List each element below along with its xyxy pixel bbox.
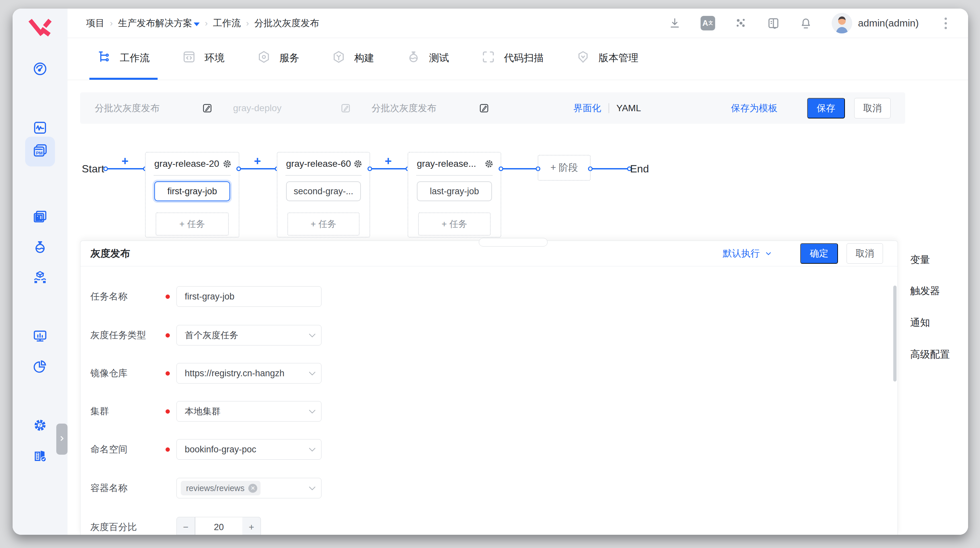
stage-name[interactable]: gray-release-20 xyxy=(154,159,219,169)
stepper-increase-button[interactable]: + xyxy=(242,517,261,535)
chevron-down-icon xyxy=(309,333,316,338)
sidebar-item-organization[interactable] xyxy=(25,441,55,471)
rail-item-advanced-config[interactable]: 高级配置 xyxy=(910,348,950,361)
chip-remove-icon[interactable]: ✕ xyxy=(248,484,257,493)
sidebar-collapse-toggle[interactable] xyxy=(56,424,68,455)
required-dot xyxy=(165,371,170,376)
chip-label: reviews/reviews xyxy=(186,483,244,493)
sidebar-item-test[interactable] xyxy=(25,233,55,263)
workflow-connector xyxy=(371,168,407,170)
chevron-down-icon xyxy=(309,409,316,414)
dashboard-gauge-icon xyxy=(32,61,48,78)
form-row-gray-percentage: 灰度百分比 − 20 + xyxy=(91,517,884,535)
execution-mode-select[interactable]: 默认执行 xyxy=(723,247,772,260)
workflow-start-node: Start xyxy=(82,163,104,175)
chevron-down-icon xyxy=(309,447,316,452)
chevron-right-icon xyxy=(57,434,66,444)
stage-settings-gear-icon[interactable] xyxy=(222,159,232,169)
panel-title: 灰度发布 xyxy=(80,247,130,260)
monitor-chart-icon xyxy=(32,329,48,345)
form-row-namespace: 命名空间 bookinfo-gray-poc xyxy=(91,439,884,460)
required-dot xyxy=(165,409,170,414)
pie-chart-icon xyxy=(32,359,48,375)
monitor-wave-icon xyxy=(32,120,48,137)
org-building-icon xyxy=(32,448,48,464)
task-name-input-value[interactable] xyxy=(177,292,321,302)
gray-task-type-select[interactable]: 首个灰度任务 xyxy=(177,325,321,345)
select-value: https://registry.cn-hangzh xyxy=(177,368,285,378)
image-registry-select[interactable]: https://registry.cn-hangzh xyxy=(177,363,321,384)
container-name-multiselect[interactable]: reviews/reviews ✕ xyxy=(177,478,321,498)
brand-logo-x-icon xyxy=(26,19,54,37)
stage-settings-gear-icon[interactable] xyxy=(353,159,363,169)
select-value: 首个灰度任务 xyxy=(177,329,239,341)
rail-item-triggers[interactable]: 触发器 xyxy=(910,284,940,298)
job-node[interactable]: last-gray-job xyxy=(417,181,492,201)
form-row-task-name: 任务名称 xyxy=(91,286,884,307)
task-config-panel: 灰度发布 默认执行 确定 取消 任务名称 xyxy=(80,241,898,535)
stage-name[interactable]: gray-release... xyxy=(417,159,476,169)
stage-divider xyxy=(285,175,361,176)
stepper-decrease-button[interactable]: − xyxy=(177,517,195,535)
add-stage-button[interactable]: + 阶段 xyxy=(538,155,591,181)
stage-settings-gear-icon[interactable] xyxy=(484,159,494,169)
workflow-stage-2: gray-release-60 second-gray-... + 任务 xyxy=(277,152,370,238)
app-window: PM Z 项目 › xyxy=(13,9,968,535)
sidebar-item-dashboard[interactable] xyxy=(25,55,55,84)
sidebar-item-analytics[interactable] xyxy=(25,352,55,382)
chevron-down-icon xyxy=(309,486,316,491)
add-task-button[interactable]: + 任务 xyxy=(156,213,229,236)
gray-percentage-stepper: − 20 + xyxy=(177,517,261,535)
panel-cancel-button[interactable]: 取消 xyxy=(846,243,883,264)
rail-item-variables[interactable]: 变量 xyxy=(910,253,930,267)
task-name-input[interactable] xyxy=(177,286,321,307)
canvas-horizontal-scrollbar[interactable] xyxy=(479,238,547,246)
field-label: 灰度任务类型 xyxy=(91,325,146,345)
field-label: 镜像仓库 xyxy=(91,363,127,384)
add-stage-plus-button[interactable]: + xyxy=(385,154,392,168)
stage-divider xyxy=(416,175,493,176)
stepper-value[interactable]: 20 xyxy=(195,517,242,535)
delivery-package-icon xyxy=(32,270,48,286)
workflow-connector xyxy=(107,168,144,170)
chevron-down-icon xyxy=(764,249,772,257)
workflow-connector xyxy=(502,168,537,170)
cluster-select[interactable]: 本地集群 xyxy=(177,401,321,422)
rail-item-notifications[interactable]: 通知 xyxy=(910,316,930,330)
required-dot xyxy=(165,294,170,299)
form-row-gray-task-type: 灰度任务类型 首个灰度任务 xyxy=(91,325,884,345)
project-pm-icon: PM xyxy=(32,143,48,160)
add-task-button[interactable]: + 任务 xyxy=(287,213,360,236)
settings-gear-icon: Z xyxy=(32,418,48,434)
field-label: 灰度百分比 xyxy=(91,517,137,535)
sidebar-item-settings[interactable]: Z xyxy=(25,411,55,441)
panel-vertical-scrollbar[interactable] xyxy=(893,286,897,381)
add-stage-plus-button[interactable]: + xyxy=(254,154,261,168)
sidebar-item-ops-monitor[interactable] xyxy=(25,322,55,352)
job-node[interactable]: second-gray-... xyxy=(286,181,361,201)
job-node-selected[interactable]: first-gray-job xyxy=(154,181,230,201)
flask-icon xyxy=(32,240,48,256)
workflow-stage-1: gray-release-20 first-gray-job + 任务 xyxy=(145,152,239,238)
svg-text:PM: PM xyxy=(36,151,43,156)
namespace-select[interactable]: bookinfo-gray-poc xyxy=(177,439,321,460)
sidebar-item-project-management[interactable]: PM xyxy=(25,137,55,167)
stage-name[interactable]: gray-release-60 xyxy=(286,159,351,169)
field-label: 命名空间 xyxy=(91,439,127,460)
form-row-container-name: 容器名称 reviews/reviews ✕ xyxy=(91,478,884,498)
form-row-cluster: 集群 本地集群 xyxy=(91,401,884,422)
select-value: bookinfo-gray-poc xyxy=(177,445,256,455)
required-dot xyxy=(165,333,170,338)
selected-container-chip: reviews/reviews ✕ xyxy=(181,481,261,496)
chevron-down-icon xyxy=(309,371,316,376)
stage-divider xyxy=(154,175,231,176)
field-label: 任务名称 xyxy=(91,286,127,307)
field-label: 容器名称 xyxy=(91,478,127,498)
svg-text:Z: Z xyxy=(38,423,41,428)
add-task-button[interactable]: + 任务 xyxy=(418,213,491,236)
add-stage-plus-button[interactable]: + xyxy=(121,154,129,168)
confirm-button[interactable]: 确定 xyxy=(800,243,838,264)
sidebar-item-reports[interactable] xyxy=(25,203,55,233)
sidebar-item-delivery[interactable] xyxy=(25,263,55,293)
required-dot xyxy=(165,447,170,452)
